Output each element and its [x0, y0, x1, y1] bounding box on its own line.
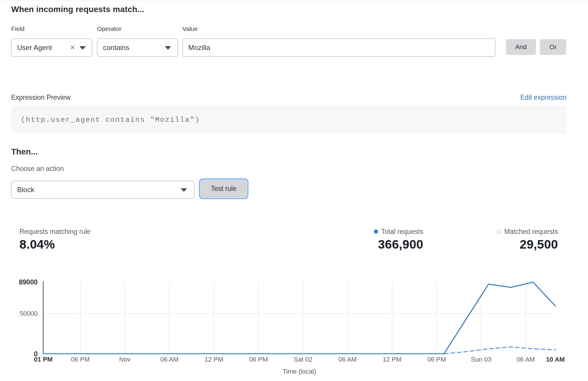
value-input[interactable]	[182, 39, 495, 57]
y-axis-tick-label: 50000	[0, 310, 38, 317]
expression-preview-label: Expression Preview	[11, 94, 71, 102]
x-axis-tick-label: 06 AM	[146, 356, 193, 363]
test-rule-button[interactable]: Test rule	[201, 180, 246, 197]
top-divider	[0, 1, 588, 1]
stat-label: Requests matching rule	[19, 227, 91, 236]
operator-select-value: contains	[97, 44, 129, 52]
operator-select[interactable]: contains	[97, 39, 178, 57]
y-axis-tick-label: 89000	[0, 278, 38, 286]
field-select-value: User Agent	[11, 44, 52, 52]
field-select[interactable]: User Agent ✕	[11, 39, 92, 57]
clear-icon[interactable]: ✕	[70, 44, 75, 51]
x-axis-tick-label: 12 PM	[369, 356, 416, 363]
chart-line-dashed	[43, 347, 555, 354]
expression-code-box: (http.user_agent contains "Mozilla")	[11, 106, 567, 134]
choose-action-label: Choose an action	[11, 165, 64, 173]
page-title: When incoming requests match...	[11, 5, 144, 14]
value-label: Value	[182, 25, 198, 32]
chart-line-solid	[43, 282, 555, 354]
stat-requests-matching: Requests matching rule 8.04%	[19, 227, 91, 252]
x-axis-tick-label: 12 PM	[190, 356, 237, 363]
action-select[interactable]: Block	[11, 181, 194, 199]
or-button[interactable]: Or	[540, 39, 566, 55]
stat-total-requests: Total requests 366,900	[374, 227, 423, 252]
x-axis-tick-label: Nov	[101, 356, 149, 363]
stat-value: 29,500	[497, 237, 558, 252]
stat-label: Total requests	[381, 227, 423, 236]
chevron-down-icon	[181, 188, 187, 192]
then-title: Then...	[11, 147, 38, 157]
x-axis-tick-label: 06 AM	[324, 356, 371, 363]
and-button[interactable]: And	[506, 39, 536, 55]
x-axis-tick-label: 06 PM	[235, 356, 282, 363]
chart-svg	[40, 279, 558, 357]
operator-label: Operator	[97, 25, 121, 32]
x-axis-tick-label: Sat 02	[279, 356, 327, 363]
chart-xaxis-caption: Time (local)	[261, 368, 338, 375]
x-axis-tick-label: 06 PM	[57, 356, 104, 363]
stat-value: 366,900	[374, 237, 423, 252]
chevron-down-icon	[165, 46, 171, 50]
action-select-value: Block	[11, 186, 34, 194]
field-label: Field	[11, 25, 25, 32]
firewall-rule-editor: When incoming requests match... Field Op…	[0, 0, 588, 381]
x-axis-tick-label: Sun 03	[458, 356, 505, 363]
total-requests-legend-dot-icon	[374, 229, 378, 234]
matched-requests-legend-circle-icon	[497, 230, 501, 234]
stat-matched-requests: Matched requests 29,500	[497, 227, 558, 252]
expression-code: (http.user_agent contains "Mozilla")	[11, 116, 200, 124]
edit-expression-link[interactable]: Edit expression	[520, 94, 567, 102]
chevron-down-icon	[79, 46, 86, 50]
x-axis-tick-label: 06 PM	[413, 356, 460, 363]
stat-value: 8.04%	[19, 237, 91, 252]
stat-label: Matched requests	[504, 227, 558, 236]
x-axis-tick-label: 10 AM	[532, 356, 579, 363]
requests-chart: 05000089000 01 PM06 PMNov06 AM12 PM06 PM…	[0, 279, 588, 381]
